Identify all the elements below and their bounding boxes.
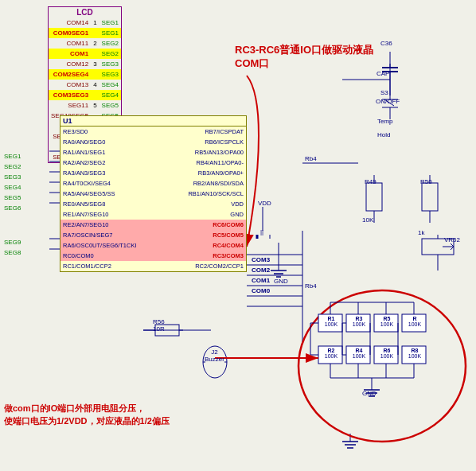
r6-box-label: R6 100K xyxy=(376,348,398,359)
u1-row: RA1/AN1/SEG1 RB5/AN13/OPA00 xyxy=(60,147,246,158)
r7-box-label: R 100K xyxy=(404,316,426,327)
svg-rect-43 xyxy=(366,183,382,211)
r49-label: R49 xyxy=(365,178,377,185)
lcd-row: COM13 4 SEG4 xyxy=(49,80,121,90)
lcd-row: COM11 2 SEG2 xyxy=(49,38,121,49)
seg-labels-left-lower: SEG9 SEG8 xyxy=(4,237,21,258)
com2-label: COM2 xyxy=(252,265,270,275)
u1-row: RA5/AN4/SEG5/SS RB1/AN10/SCK/SCL xyxy=(60,189,246,199)
com1-label: COM1 xyxy=(252,275,270,286)
com-labels: COM3 COM2 COM1 COM0 xyxy=(252,255,270,296)
s3-onoff-label: ON/OFF xyxy=(376,98,400,105)
u1-row-highlight: RC0/COM0 RC3/COM3 xyxy=(60,251,246,261)
lcd-row: COM2SEG4 SEG3 xyxy=(49,69,121,80)
u1-row: RA2/AN2/SEG2 RB4/AN11/OPA0- xyxy=(60,158,246,168)
rb4-top-label: Rb4 xyxy=(305,155,317,162)
u1-component: U1 RE3/SD0 RB7/ICSPDAT RA0/AN0/SEG0 RB6/… xyxy=(60,115,247,272)
u1-row: RA4/T0CKI/SEG4 RB2/AN8/SDI/SDA xyxy=(60,178,246,189)
u1-row: RA0/AN0/SEG0 RB6/ICSPCLK xyxy=(60,137,246,147)
schematic-area: GND VDD || LCD COM14 1 SEG1 COM0SEG1 SEG… xyxy=(0,0,476,471)
u1-title: U1 xyxy=(60,116,246,127)
annotation-rc3-rc6: RC3-RC6普通IO口做驱动液晶 COM口 xyxy=(235,44,373,71)
lcd-row: COM3SEG3 SEG4 xyxy=(49,90,121,100)
val-1k: 1k xyxy=(418,229,424,236)
gnd-bottom-label: GND xyxy=(362,390,377,397)
seg5-label: SEG5 xyxy=(4,193,21,203)
r3-box-label: R3 100K xyxy=(348,316,370,327)
temp-label: Temp xyxy=(377,118,393,125)
r5-box-label: R5 100K xyxy=(376,316,398,327)
annotation-bias: 做com口的IO端口外部用电阻分压， 使端口电压为1/2VDD，对应液晶的1/2… xyxy=(4,403,170,427)
svg-text:GND: GND xyxy=(274,278,288,285)
r4-box-label: R4 100K xyxy=(348,348,370,359)
com3-label: COM3 xyxy=(252,255,270,265)
lcd-row: COM14 1 SEG1 xyxy=(49,18,121,28)
svg-text:||: || xyxy=(260,228,263,236)
c36-label: C36 xyxy=(380,40,392,47)
u1-row: RC1/COM1/CCP2 RC2/COM2/CCP1 xyxy=(60,261,246,271)
seg4-label: SEG4 xyxy=(4,182,21,193)
lcd-title: LCD xyxy=(49,7,121,18)
lcd-row: COM0SEG1 SEG1 xyxy=(49,28,121,38)
r1-box-label: R1 100K xyxy=(320,316,342,327)
r2-box-label: R2 100K xyxy=(320,348,342,359)
lcd-row: SEG11 5 SEG5 xyxy=(49,100,121,111)
r56-label: R56 10R xyxy=(153,318,165,333)
lcd-row: COM1 SEG2 xyxy=(49,49,121,59)
cap-type-label: CAP xyxy=(377,70,389,77)
u1-row: RE3/SD0 RB7/ICSPDAT xyxy=(60,127,246,137)
u1-row: RA3/AN3/SEG3 RB3/AN9/OPA0+ xyxy=(60,168,246,178)
rb4-bottom-label: Rb4 xyxy=(305,282,317,290)
lcd-row: COM12 3 SEG3 xyxy=(49,59,121,69)
seg1-label: SEG1 xyxy=(4,151,21,162)
s3-label: S3 xyxy=(380,89,388,96)
buzzer-label: J2 Buzzer xyxy=(205,348,224,363)
svg-text:VDD: VDD xyxy=(258,200,271,207)
r50-label: R50 xyxy=(420,178,432,185)
svg-rect-46 xyxy=(422,183,438,211)
seg2-label: SEG2 xyxy=(4,162,21,172)
u1-row: RE0/AN5/SEG8 VDD xyxy=(60,199,246,209)
u1-row-highlight: RA6/OSC0UT/SEG6/T1CKI RC4/COM4 xyxy=(60,240,246,251)
seg-labels-left: SEG1 SEG2 SEG3 SEG4 SEG5 SEG6 xyxy=(4,151,21,213)
seg9-label: SEG9 xyxy=(4,237,21,247)
val-10k: 10K xyxy=(362,216,373,224)
svg-point-53 xyxy=(298,290,466,442)
u1-row-highlight: RE2/AN7/SEG10 RC6/COM6 xyxy=(60,220,246,230)
r8-box-label: R8 100K xyxy=(404,348,426,359)
u1-table: RE3/SD0 RB7/ICSPDAT RA0/AN0/SEG0 RB6/ICS… xyxy=(60,127,246,271)
com0-label: COM0 xyxy=(252,286,270,296)
hold-label: Hold xyxy=(377,131,390,138)
seg3-label: SEG3 xyxy=(4,172,21,182)
vr52-label: VR52 xyxy=(444,236,460,243)
u1-row: RE1/AN7/SEG10 GND xyxy=(60,209,246,220)
u1-row-highlight: RA7/OSCIN/SEG7 RC5/COM5 xyxy=(60,230,246,240)
seg6-label: SEG6 xyxy=(4,203,21,213)
seg8-label: SEG8 xyxy=(4,247,21,258)
